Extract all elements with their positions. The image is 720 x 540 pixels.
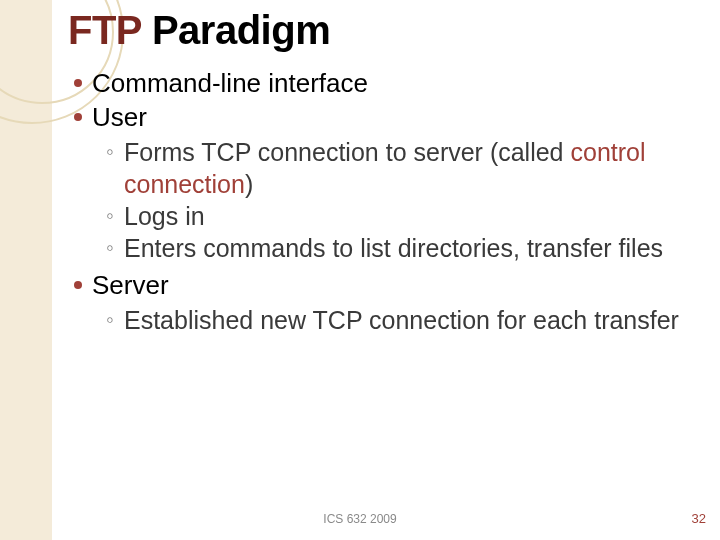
sub-text: Enters commands to list directories, tra…	[124, 234, 663, 262]
sub-item: Forms TCP connection to server (called c…	[106, 136, 704, 200]
sub-item: Established new TCP connection for each …	[106, 304, 704, 336]
bullet-item: Server Established new TCP connection fo…	[72, 268, 704, 336]
sub-item: Logs in	[106, 200, 704, 232]
slide-title: FTP Paradigm	[68, 8, 330, 52]
page-number: 32	[692, 511, 706, 526]
bullet-text: User	[92, 102, 147, 132]
bullet-item: User Forms TCP connection to server (cal…	[72, 100, 704, 264]
title-rest: Paradigm	[141, 8, 330, 52]
sub-list: Forms TCP connection to server (called c…	[92, 136, 704, 264]
title-area: FTP Paradigm	[68, 8, 330, 53]
bullet-text: Command-line interface	[92, 68, 368, 98]
bullet-list: Command-line interface User Forms TCP co…	[72, 66, 704, 336]
sub-text-post: )	[245, 170, 253, 198]
sub-list: Established new TCP connection for each …	[92, 304, 704, 336]
bullet-text: Server	[92, 270, 169, 300]
body-content: Command-line interface User Forms TCP co…	[72, 66, 704, 340]
slide: FTP Paradigm Command-line interface User…	[0, 0, 720, 540]
bullet-item: Command-line interface	[72, 66, 704, 100]
title-strong: FTP	[68, 8, 141, 52]
sub-item: Enters commands to list directories, tra…	[106, 232, 704, 264]
sub-text-pre: Forms TCP connection to server (called	[124, 138, 570, 166]
sub-text: Logs in	[124, 202, 205, 230]
footer-course: ICS 632 2009	[0, 512, 720, 526]
sub-text: Established new TCP connection for each …	[124, 306, 679, 334]
